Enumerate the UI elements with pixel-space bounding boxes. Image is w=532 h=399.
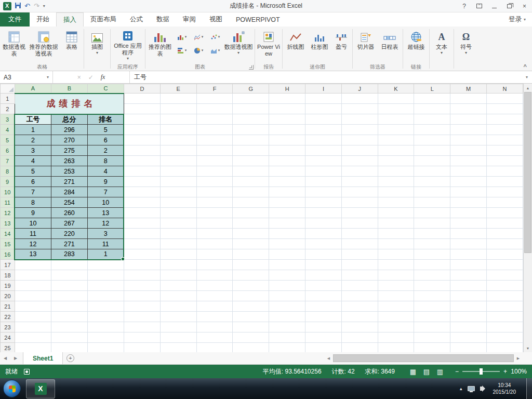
cell-H2[interactable] xyxy=(269,104,305,114)
cell-B11[interactable]: 254 xyxy=(51,197,87,208)
cell-F6[interactable] xyxy=(196,145,233,156)
recommended-charts-button[interactable]: 推荐的图表 xyxy=(147,28,174,61)
cell-N5[interactable] xyxy=(487,135,523,145)
cell-B19[interactable] xyxy=(51,281,87,291)
cell-D6[interactable] xyxy=(124,145,160,156)
cell-N15[interactable] xyxy=(487,239,523,249)
cell-C9[interactable]: 9 xyxy=(87,177,124,187)
horizontal-scroll-track[interactable] xyxy=(333,352,514,364)
cell-F1[interactable] xyxy=(196,94,233,104)
cell-J9[interactable] xyxy=(341,177,378,187)
cell-M13[interactable] xyxy=(450,218,487,229)
page-layout-view-button[interactable]: ▤ xyxy=(421,368,432,376)
cell-F5[interactable] xyxy=(196,135,233,145)
row-header-22[interactable]: 22 xyxy=(1,312,15,322)
cell-D3[interactable] xyxy=(124,114,160,125)
cell-N9[interactable] xyxy=(487,177,523,187)
sparkline-column-button[interactable]: 柱形图 xyxy=(308,28,331,61)
row-header-5[interactable]: 5 xyxy=(1,135,15,145)
sparkline-winloss-button[interactable]: 盈亏 xyxy=(331,28,351,61)
cell-F15[interactable] xyxy=(196,239,233,249)
cell-E20[interactable] xyxy=(160,291,196,301)
cell-D8[interactable] xyxy=(124,166,160,177)
cell-I7[interactable] xyxy=(305,156,342,166)
cell-G14[interactable] xyxy=(233,229,269,239)
cell-L19[interactable] xyxy=(414,281,450,291)
cell-D23[interactable] xyxy=(124,322,160,332)
cell-F4[interactable] xyxy=(196,125,233,135)
cell-E2[interactable] xyxy=(160,104,196,114)
cell-F23[interactable] xyxy=(196,322,233,332)
cell-D12[interactable] xyxy=(124,208,160,218)
cell-J21[interactable] xyxy=(341,301,378,312)
cell-M4[interactable] xyxy=(450,125,487,135)
cell-D4[interactable] xyxy=(124,125,160,135)
insert-scatter-chart-button[interactable]: ▾ xyxy=(207,30,223,44)
cell-C23[interactable] xyxy=(87,322,124,332)
zoom-level[interactable]: 100% xyxy=(510,368,532,375)
cell-K1[interactable] xyxy=(378,94,414,104)
cell-M22[interactable] xyxy=(450,312,487,322)
cell-E21[interactable] xyxy=(160,301,196,312)
cell-K10[interactable] xyxy=(378,187,414,197)
cell-H9[interactable] xyxy=(269,177,305,187)
cell-I8[interactable] xyxy=(305,166,342,177)
cell-A23[interactable] xyxy=(15,322,51,332)
close-button[interactable]: × xyxy=(517,0,532,12)
cell-L1[interactable] xyxy=(414,94,450,104)
cell-H12[interactable] xyxy=(269,208,305,218)
cell-I18[interactable] xyxy=(305,270,342,281)
cell-E4[interactable] xyxy=(160,125,196,135)
column-header-K[interactable]: K xyxy=(378,84,414,94)
cell-L14[interactable] xyxy=(414,229,450,239)
taskbar-excel-button[interactable] xyxy=(26,379,55,398)
cell-J2[interactable] xyxy=(341,104,378,114)
cell-I23[interactable] xyxy=(305,322,342,332)
cell-E19[interactable] xyxy=(160,281,196,291)
cell-N21[interactable] xyxy=(487,301,523,312)
undo-button[interactable]: ↶ xyxy=(24,3,30,9)
office-apps-button[interactable]: Office 应用程序 ▾ xyxy=(112,28,144,61)
cell-E10[interactable] xyxy=(160,187,196,197)
tab-home[interactable]: 开始 xyxy=(30,12,56,26)
cell-I4[interactable] xyxy=(305,125,342,135)
cell-F8[interactable] xyxy=(196,166,233,177)
tab-view[interactable]: 视图 xyxy=(203,12,229,26)
cell-G20[interactable] xyxy=(233,291,269,301)
cell-C7[interactable]: 8 xyxy=(87,156,124,166)
cell-I25[interactable] xyxy=(305,343,342,353)
row-header-16[interactable]: 16 xyxy=(1,249,15,260)
cell-C5[interactable]: 6 xyxy=(87,135,124,145)
cell-M24[interactable] xyxy=(450,332,487,343)
cell-J5[interactable] xyxy=(341,135,378,145)
cell-L23[interactable] xyxy=(414,322,450,332)
cell-F3[interactable] xyxy=(196,114,233,125)
tab-page-layout[interactable]: 页面布局 xyxy=(84,12,123,26)
cell-L13[interactable] xyxy=(414,218,450,229)
cell-J23[interactable] xyxy=(341,322,378,332)
row-header-23[interactable]: 23 xyxy=(1,322,15,332)
cell-G5[interactable] xyxy=(233,135,269,145)
zoom-out-button[interactable]: − xyxy=(455,368,459,375)
cell-M5[interactable] xyxy=(450,135,487,145)
row-header-18[interactable]: 18 xyxy=(1,270,15,281)
cell-F10[interactable] xyxy=(196,187,233,197)
cell-H22[interactable] xyxy=(269,312,305,322)
tab-insert[interactable]: 插入 xyxy=(56,12,84,26)
cell-L4[interactable] xyxy=(414,125,450,135)
insert-pie-chart-button[interactable]: ▾ xyxy=(190,44,207,57)
cell-H24[interactable] xyxy=(269,332,305,343)
cell-M17[interactable] xyxy=(450,260,487,270)
cell-D18[interactable] xyxy=(124,270,160,281)
cell-G15[interactable] xyxy=(233,239,269,249)
cell-D11[interactable] xyxy=(124,197,160,208)
cell-F17[interactable] xyxy=(196,260,233,270)
row-header-10[interactable]: 10 xyxy=(1,187,15,197)
cell-G1[interactable] xyxy=(233,94,269,104)
cell-B20[interactable] xyxy=(51,291,87,301)
cell-N11[interactable] xyxy=(487,197,523,208)
cell-G8[interactable] xyxy=(233,166,269,177)
cell-D20[interactable] xyxy=(124,291,160,301)
cell-I5[interactable] xyxy=(305,135,342,145)
cell-A6[interactable]: 3 xyxy=(15,145,51,156)
